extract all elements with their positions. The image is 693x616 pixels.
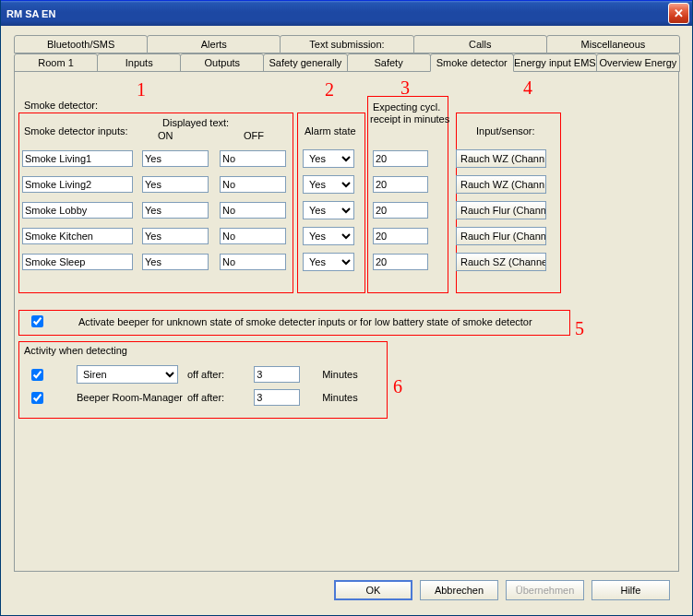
detector-alarm-select[interactable]: Yes [303,227,354,245]
detector-alarm-select[interactable]: Yes [303,253,354,271]
tab-safety-generally[interactable]: Safety generally [263,53,347,72]
detector-name-input[interactable] [22,228,133,244]
detector-sensor-button[interactable]: Rauch WZ (Chann [456,175,546,194]
dialog-button-bar: OK Abbrechen Übernehmen Hilfe [10,573,683,608]
close-icon[interactable]: ✕ [668,3,689,24]
detector-on-input[interactable] [142,202,209,219]
tab-page-smoke-detector: 1 2 3 4 5 6 Smoke detector: Smoke detect… [14,71,679,572]
annotation-2: 2 [325,79,334,101]
tab-inputs[interactable]: Inputs [97,53,181,72]
detector-sensor-button[interactable]: Rauch SZ (Channel [456,253,546,271]
activity-brm-label: Beeper Room-Manager [77,392,178,403]
detector-name-input[interactable] [22,150,133,167]
detector-name-input[interactable] [22,176,133,193]
annotation-4: 4 [523,77,532,99]
window-title: RM SA EN [6,8,55,19]
annotation-6: 6 [393,376,402,397]
tab-miscellaneous[interactable]: Miscellaneous [546,35,680,53]
tab-smoke-detector[interactable]: Smoke detector [430,53,514,72]
activity-siren-select[interactable]: Siren [77,365,178,384]
detector-on-input[interactable] [142,254,209,270]
header-input-sensor: Input/sensor: [476,125,535,136]
detector-alarm-select[interactable]: Yes [303,201,354,219]
detector-cycl-input[interactable] [373,202,428,219]
tab-outputs[interactable]: Outputs [180,53,264,72]
detector-row: YesRauch SZ (Channel [22,253,546,271]
detector-off-input[interactable] [220,176,286,193]
detector-name-input[interactable] [22,202,133,219]
header-off: OFF [244,130,264,141]
activity-brm-minutes: Minutes [322,392,358,403]
header-inputs: Smoke detector inputs: [24,125,128,136]
header-alarm-state: Alarm state [305,125,356,136]
tab-safety[interactable]: Safety [347,53,431,72]
annotation-5: 5 [575,318,584,339]
detector-row: YesRauch Flur (Channe [22,227,546,245]
client-area: Bluetooth/SMSAlertsText submission:Calls… [1,26,692,615]
detector-sensor-button[interactable]: Rauch WZ (Chann [456,149,546,168]
header-displayed-text: Displayed text: [162,117,229,128]
detector-alarm-select[interactable]: Yes [303,175,354,194]
activity-siren-checkbox[interactable] [31,369,43,381]
section-title: Smoke detector: [24,100,98,111]
tab-strip: Bluetooth/SMSAlertsText submission:Calls… [14,35,679,72]
detector-name-input[interactable] [22,254,133,270]
detector-off-input[interactable] [220,228,286,244]
tab-energy-input-ems[interactable]: Energy input EMS [513,53,597,72]
detector-sensor-button[interactable]: Rauch Flur (Channe [456,227,546,245]
detector-on-input[interactable] [142,228,209,244]
detector-off-input[interactable] [220,150,286,167]
activate-beeper-checkbox[interactable] [31,315,43,327]
cancel-button[interactable]: Abbrechen [420,580,498,600]
detector-cycl-input[interactable] [373,176,428,193]
annotation-3: 3 [400,77,410,99]
activity-siren-minutes: Minutes [322,369,358,380]
ok-button[interactable]: OK [334,580,412,600]
main-window: RM SA EN ✕ Bluetooth/SMSAlertsText submi… [0,0,693,616]
detector-row: YesRauch Flur (Channe [22,201,546,219]
tab-bluetooth-sms[interactable]: Bluetooth/SMS [14,35,148,53]
tab-overview-energy[interactable]: Overview Energy [596,53,680,72]
activity-brm-checkbox[interactable] [31,392,43,404]
activity-brm-value[interactable] [254,389,300,406]
detector-on-input[interactable] [142,150,209,167]
tab-room-1[interactable]: Room 1 [14,53,98,72]
tab-text-submission-[interactable]: Text submission: [280,35,413,53]
detector-sensor-button[interactable]: Rauch Flur (Channe [456,201,546,219]
detector-cycl-input[interactable] [373,254,428,270]
help-button[interactable]: Hilfe [591,580,670,600]
detector-off-input[interactable] [220,254,286,270]
activity-siren-value[interactable] [254,366,300,383]
header-cycl-line2: receipt in minutes [370,113,449,124]
detector-cycl-input[interactable] [373,228,428,244]
detector-alarm-select[interactable]: Yes [303,149,354,168]
activity-siren-offafter: off after: [187,369,224,380]
header-cycl-line1: Expecting cycl. [373,101,440,113]
activity-title: Activity when detecting [24,345,127,356]
detector-off-input[interactable] [220,202,286,219]
annotation-1: 1 [137,79,146,101]
detector-cycl-input[interactable] [373,150,428,167]
activate-beeper-label: Activate beeper for unknown state of smo… [78,316,532,327]
apply-button[interactable]: Übernehmen [506,580,584,600]
tab-calls[interactable]: Calls [413,35,547,53]
header-on: ON [158,130,173,141]
detector-row: YesRauch WZ (Chann [22,175,546,194]
activity-brm-offafter: off after: [187,392,224,403]
detector-on-input[interactable] [142,176,209,193]
titlebar: RM SA EN ✕ [1,0,692,26]
detector-row: YesRauch WZ (Chann [22,149,546,168]
tab-alerts[interactable]: Alerts [147,35,281,53]
